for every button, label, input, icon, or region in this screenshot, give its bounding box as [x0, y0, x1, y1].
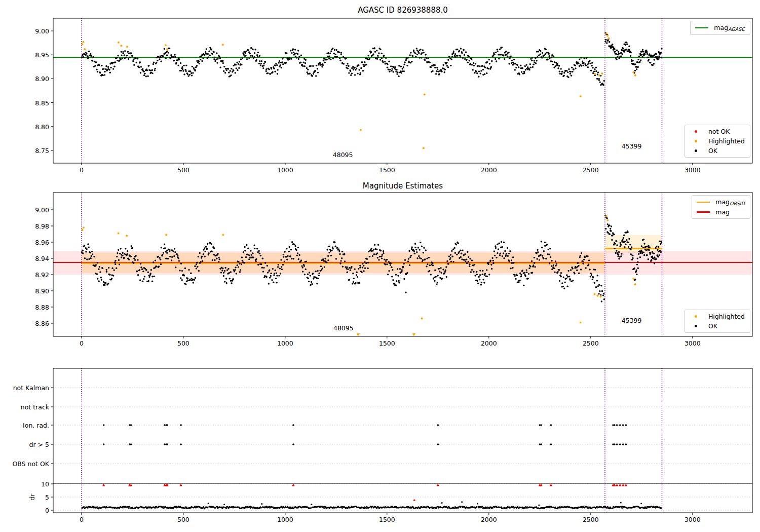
- ok-point: [142, 68, 143, 70]
- ok-point: [635, 269, 637, 271]
- dr-point: [655, 507, 657, 509]
- ok-point: [437, 282, 438, 283]
- ok-point: [544, 242, 546, 243]
- flag-row-label: dr > 5: [29, 441, 49, 448]
- ok-point: [621, 253, 622, 254]
- ok-point: [128, 259, 130, 260]
- highlighted-point: [606, 35, 609, 37]
- ok-point: [498, 58, 500, 59]
- ok-point: [540, 54, 541, 55]
- ok-point: [267, 265, 268, 267]
- ion-rad-flag-point: [616, 424, 618, 426]
- ok-point: [261, 267, 263, 269]
- ok-point: [461, 52, 463, 54]
- ok-point: [571, 281, 572, 282]
- ok-point: [447, 263, 449, 264]
- ok-point: [123, 53, 124, 54]
- ok-point: [444, 71, 445, 73]
- highlighted-point: [594, 293, 596, 295]
- ok-point: [563, 287, 565, 289]
- ok-point: [239, 263, 240, 264]
- ok-point: [188, 269, 189, 271]
- ok-point: [136, 62, 137, 63]
- ok-point: [396, 69, 397, 70]
- ok-point: [97, 262, 98, 263]
- ok-point: [348, 65, 349, 67]
- ok-point: [444, 271, 446, 273]
- dr-gt5-flag-point: [103, 443, 105, 445]
- ok-point: [421, 258, 422, 259]
- ok-point: [661, 48, 662, 49]
- ok-point: [421, 245, 423, 247]
- ok-point: [488, 262, 489, 263]
- ok-point: [193, 67, 195, 69]
- ok-point: [198, 61, 200, 62]
- ok-point: [154, 276, 155, 277]
- ok-point: [406, 65, 408, 66]
- ok-point: [138, 66, 140, 68]
- ok-point: [391, 68, 393, 69]
- ok-point: [339, 253, 340, 255]
- ok-point: [627, 232, 628, 233]
- ok-point: [465, 261, 466, 262]
- ok-point: [98, 64, 100, 66]
- flag-row-label: not track: [21, 403, 49, 411]
- ok-point: [591, 65, 592, 66]
- legend-label: Highlighted: [708, 137, 745, 145]
- ok-point: [234, 269, 236, 271]
- ok-point: [524, 65, 526, 67]
- ok-point: [439, 277, 441, 279]
- ok-point: [298, 58, 299, 60]
- legend-line-sample: [695, 27, 709, 29]
- ok-point: [277, 69, 278, 70]
- ok-point: [142, 271, 144, 272]
- ok-point: [192, 72, 194, 73]
- ok-point: [195, 70, 196, 71]
- ok-point: [377, 56, 379, 58]
- ok-point: [177, 64, 179, 66]
- dr-gt5-flag-point: [625, 443, 627, 445]
- ok-point: [611, 225, 612, 227]
- ok-point: [182, 70, 184, 71]
- obsid-annotation: 48095: [333, 150, 353, 158]
- ok-point: [437, 275, 438, 276]
- ok-point: [448, 255, 450, 257]
- ok-point: [450, 65, 451, 66]
- ok-point: [90, 252, 91, 253]
- ok-point: [595, 286, 597, 288]
- ok-point: [587, 66, 589, 68]
- ok-point: [548, 253, 550, 255]
- ok-point: [575, 65, 576, 66]
- ok-point: [376, 50, 377, 51]
- ok-point: [601, 290, 603, 292]
- ok-point: [276, 272, 277, 274]
- axes-frame: [53, 368, 752, 513]
- ok-point: [365, 64, 367, 65]
- ion-rad-flag-point: [540, 424, 542, 426]
- ok-point: [398, 282, 400, 283]
- ok-point: [96, 68, 97, 70]
- ok-point: [616, 244, 618, 246]
- ok-point: [332, 48, 333, 49]
- ok-point: [232, 278, 234, 280]
- legend-label: magOBSID: [715, 198, 745, 206]
- ok-point: [302, 65, 303, 67]
- ok-point: [503, 252, 504, 254]
- ok-point: [377, 55, 378, 56]
- ok-point: [417, 247, 419, 248]
- legend-dot-sample: [689, 140, 703, 142]
- ok-point: [354, 67, 355, 68]
- ok-point: [339, 57, 340, 59]
- ok-point: [88, 51, 90, 52]
- ok-point: [471, 259, 473, 261]
- ok-point: [420, 242, 421, 243]
- ok-point: [374, 244, 375, 246]
- ok-point: [616, 250, 617, 251]
- ok-point: [172, 56, 174, 58]
- dr-gt5-flag-point: [540, 443, 542, 445]
- dr-gt5-flag-point: [180, 443, 182, 445]
- ok-point: [364, 61, 365, 63]
- ok-point: [350, 70, 351, 72]
- ok-point: [268, 283, 270, 284]
- ok-point: [385, 63, 386, 64]
